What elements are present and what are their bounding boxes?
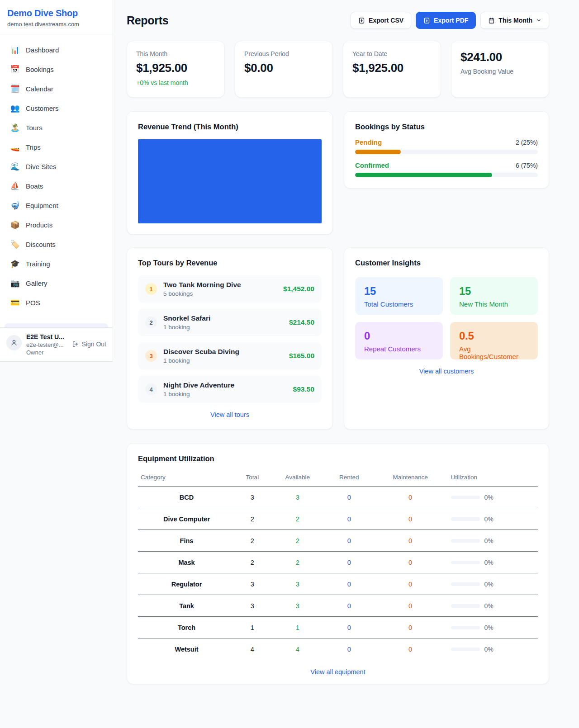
sidebar-item-tours[interactable]: 🏝️Tours: [5, 118, 107, 137]
equipment-table: CategoryTotalAvailableRentedMaintenanceU…: [138, 469, 538, 660]
sidebar-item-training[interactable]: 🎓Training: [5, 255, 107, 273]
person-icon: [10, 339, 18, 347]
cell-utilization: 0%: [448, 530, 538, 552]
sidebar-item-label: Products: [26, 221, 52, 229]
utilization-track: [451, 626, 480, 629]
status-bar-track: [355, 173, 538, 177]
sidebar-item-gallery[interactable]: 📷Gallery: [5, 274, 107, 292]
export-pdf-label: Export PDF: [434, 17, 468, 24]
sidebar-item-bookings[interactable]: 📅Bookings: [5, 60, 107, 78]
training-icon: 🎓: [10, 260, 20, 268]
equipment-utilization-card: Equipment Utilization CategoryTotalAvail…: [127, 443, 549, 684]
avatar: [6, 335, 22, 350]
sidebar-item-equipment[interactable]: 🤿Equipment: [5, 196, 107, 214]
period-dropdown[interactable]: This Month: [480, 12, 549, 29]
sidebar-item-label: Boats: [26, 182, 43, 190]
chevron-down-icon: [536, 18, 541, 23]
stat-card-avg-booking-value: $241.00Avg Booking Value: [451, 41, 549, 98]
user-name: E2E Test U...: [26, 333, 67, 340]
sidebar-item-partial[interactable]: [5, 323, 108, 327]
sidebar-item-discounts[interactable]: 🏷️Discounts: [5, 235, 107, 253]
insight-label: New This Month: [459, 300, 529, 308]
cell-total: 4: [235, 638, 270, 660]
sign-out-label: Sign Out: [82, 340, 106, 348]
insight-tile-avg-bookings-customer: 0.5Avg Bookings/Customer: [450, 322, 538, 359]
table-header-row: CategoryTotalAvailableRentedMaintenanceU…: [138, 469, 538, 487]
utilization-text: 0%: [484, 537, 494, 544]
insight-label: Repeat Customers: [364, 345, 434, 353]
utilization-bar: 0%: [451, 515, 535, 523]
calendar-icon: 🗓️: [10, 85, 20, 93]
cell-total: 3: [235, 573, 270, 595]
status-bar-track: [355, 150, 538, 154]
user-email: e2e-tester@...: [26, 341, 67, 348]
cell-maintenance: 0: [373, 573, 448, 595]
view-all-equipment-link[interactable]: View all equipment: [138, 668, 538, 676]
cell-total: 2: [235, 552, 270, 573]
utilization-bar: 0%: [451, 537, 535, 544]
insight-value: 0.5: [459, 330, 529, 342]
cell-category: Regulator: [138, 573, 235, 595]
table-row: BCD33000%: [138, 487, 538, 508]
insight-value: 15: [459, 285, 529, 298]
utilization-track: [451, 496, 480, 499]
tour-name: Night Dive Adventure: [163, 381, 287, 389]
sidebar-item-dashboard[interactable]: 📊Dashboard: [5, 41, 107, 59]
sidebar-item-trips[interactable]: 🚤Trips: [5, 138, 107, 156]
cell-available: 3: [270, 487, 326, 508]
insight-tile-repeat-customers: 0Repeat Customers: [355, 322, 443, 359]
cell-rented: 0: [326, 638, 373, 660]
column-header-utilization: Utilization: [448, 469, 538, 487]
tour-amount: $165.00: [289, 352, 314, 360]
sidebar-item-label: Training: [26, 260, 50, 268]
sidebar-item-label: Dashboard: [26, 46, 59, 54]
view-all-customers-link[interactable]: View all customers: [355, 368, 538, 375]
dive-sites-icon: 🌊: [10, 163, 20, 170]
sidebar-item-calendar[interactable]: 🗓️Calendar: [5, 80, 107, 98]
tour-row-snorkel-safari: 2Snorkel Safari1 booking$214.50: [138, 309, 322, 336]
stat-card-this-month: This Month$1,925.00+0% vs last month: [127, 41, 225, 98]
file-download-icon: [358, 17, 365, 24]
cell-maintenance: 0: [373, 508, 448, 530]
stat-value: $1,925.00: [136, 61, 215, 75]
stat-delta: +0% vs last month: [136, 79, 215, 86]
sidebar-nav: 📊Dashboard📅Bookings🗓️Calendar👥Customers🏝…: [0, 34, 113, 323]
sidebar-item-boats[interactable]: ⛵Boats: [5, 177, 107, 195]
bookings-by-status-card: Bookings by Status Pending2 (25%)Confirm…: [344, 111, 549, 189]
column-header-category: Category: [138, 469, 235, 487]
export-pdf-button[interactable]: Export PDF: [416, 12, 476, 29]
sidebar-item-dive-sites[interactable]: 🌊Dive Sites: [5, 157, 107, 175]
utilization-text: 0%: [484, 602, 494, 610]
insight-tile-new-this-month: 15New This Month: [450, 277, 538, 315]
customer-insights-card: Customer Insights 15Total Customers15New…: [344, 247, 549, 430]
sidebar-item-customers[interactable]: 👥Customers: [5, 99, 107, 117]
utilization-bar: 0%: [451, 494, 535, 501]
stats-row: This Month$1,925.00+0% vs last monthPrev…: [127, 41, 549, 98]
cell-category: Torch: [138, 617, 235, 638]
cell-utilization: 0%: [448, 617, 538, 638]
sidebar-item-products[interactable]: 📦Products: [5, 216, 107, 234]
cell-category: Dive Computer: [138, 508, 235, 530]
brand-name: Demo Dive Shop: [7, 8, 105, 19]
view-all-tours-link[interactable]: View all tours: [138, 411, 322, 418]
main-content: Reports Export CSV Export PDF This Month: [113, 0, 579, 702]
cell-maintenance: 0: [373, 638, 448, 660]
sidebar-item-pos[interactable]: 💳POS: [5, 293, 107, 312]
status-head: Pending2 (25%): [355, 138, 538, 146]
cell-total: 3: [235, 487, 270, 508]
header-actions: Export CSV Export PDF This Month: [351, 12, 549, 29]
cell-maintenance: 0: [373, 617, 448, 638]
status-item-confirmed: Confirmed6 (75%): [355, 161, 538, 177]
period-label: This Month: [498, 17, 532, 24]
trips-icon: 🚤: [10, 143, 20, 151]
status-count: 6 (75%): [516, 162, 538, 169]
tour-name: Two Tank Morning Dive: [163, 281, 277, 289]
tour-main: Snorkel Safari1 booking: [163, 314, 283, 331]
dashboard-icon: 📊: [10, 46, 20, 54]
cell-available: 3: [270, 595, 326, 617]
equipment-icon: 🤿: [10, 202, 20, 209]
utilization-track: [451, 517, 480, 521]
export-csv-button[interactable]: Export CSV: [351, 12, 411, 29]
sign-out-button[interactable]: Sign Out: [72, 340, 106, 348]
tour-list: 1Two Tank Morning Dive5 bookings$1,452.0…: [138, 275, 322, 403]
